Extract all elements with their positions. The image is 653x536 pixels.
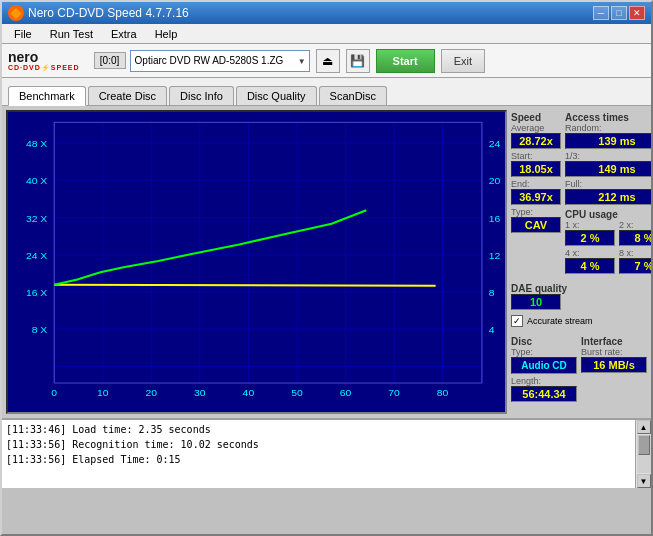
svg-text:10: 10	[97, 388, 109, 398]
tab-disc-quality[interactable]: Disc Quality	[236, 86, 317, 105]
end-sub-label: End:	[511, 179, 561, 189]
speed-block: Speed Average 28.72x Start: 18.05x End: …	[511, 110, 561, 274]
cpu-2x-block: 2 x: 8 %	[619, 220, 653, 246]
speed-label: Speed	[511, 112, 561, 123]
chart-svg: 48 X 40 X 32 X 24 X 16 X 8 X 24 20 16 12…	[8, 112, 505, 412]
svg-text:8 X: 8 X	[32, 325, 48, 335]
drive-index-label: [0:0]	[94, 52, 126, 69]
tab-create-disc[interactable]: Create Disc	[88, 86, 167, 105]
start-button[interactable]: Start	[376, 49, 435, 73]
main-content: 48 X 40 X 32 X 24 X 16 X 8 X 24 20 16 12…	[2, 106, 651, 418]
save-button[interactable]: 💾	[346, 49, 370, 73]
toolbar: nero CD·DVD⚡SPEED [0:0] Optiarc DVD RW A…	[2, 44, 651, 78]
disc-length-value: 56:44.34	[511, 386, 577, 402]
tab-disc-info[interactable]: Disc Info	[169, 86, 234, 105]
svg-rect-0	[8, 112, 505, 412]
drive-dropdown-wrap[interactable]: Optiarc DVD RW AD-5280S 1.ZG	[130, 50, 310, 72]
window-title: Nero CD-DVD Speed 4.7.7.16	[28, 6, 189, 20]
cpu-1x-value: 2 %	[565, 230, 615, 246]
eject-button[interactable]: ⏏	[316, 49, 340, 73]
disc-type-label: Type:	[511, 347, 577, 357]
maximize-button[interactable]: □	[611, 6, 627, 20]
scroll-track[interactable]	[637, 435, 651, 473]
cpu-row-1: 1 x: 2 % 2 x: 8 %	[565, 220, 653, 246]
svg-text:12: 12	[489, 250, 501, 260]
cpu-4x-label: 4 x:	[565, 248, 615, 258]
menu-file[interactable]: File	[6, 26, 40, 42]
cpu-4x-value: 4 %	[565, 258, 615, 274]
cpu-label: CPU usage	[565, 209, 653, 220]
svg-text:20: 20	[489, 176, 501, 186]
log-content: [11:33:46] Load time: 2.35 seconds [11:3…	[2, 420, 635, 488]
main-window: 🔶 Nero CD-DVD Speed 4.7.7.16 ─ □ ✕ File …	[0, 0, 653, 536]
disc-interface-row: Disc Type: Audio CD Length: 56:44.34 Int…	[511, 334, 647, 402]
tab-scandisc[interactable]: ScanDisc	[319, 86, 387, 105]
tab-benchmark[interactable]: Benchmark	[8, 86, 86, 106]
svg-text:80: 80	[437, 388, 449, 398]
minimize-button[interactable]: ─	[593, 6, 609, 20]
svg-text:24 X: 24 X	[26, 250, 48, 260]
tab-bar: Benchmark Create Disc Disc Info Disc Qua…	[2, 78, 651, 106]
full-value: 212 ms	[565, 189, 653, 205]
svg-text:32 X: 32 X	[26, 213, 48, 223]
accurate-stream-label: Accurate stream	[527, 316, 593, 326]
scroll-down-button[interactable]: ▼	[637, 474, 651, 488]
close-button[interactable]: ✕	[629, 6, 645, 20]
disc-section-label: Disc	[511, 336, 577, 347]
title-bar-left: 🔶 Nero CD-DVD Speed 4.7.7.16	[8, 5, 189, 21]
svg-text:40: 40	[243, 388, 255, 398]
right-panel: Speed Average 28.72x Start: 18.05x End: …	[511, 106, 651, 418]
scroll-thumb[interactable]	[638, 435, 650, 455]
menu-run-test[interactable]: Run Test	[42, 26, 101, 42]
cpu-4x-block: 4 x: 4 %	[565, 248, 615, 274]
menu-help[interactable]: Help	[147, 26, 186, 42]
full-sub-label: Full:	[565, 179, 653, 189]
access-times-label: Access times	[565, 112, 653, 123]
menu-extra[interactable]: Extra	[103, 26, 145, 42]
log-line-2: [11:33:56] Recognition time: 10.02 secon…	[6, 437, 631, 452]
start-sub-label: Start:	[511, 151, 561, 161]
cpu-8x-label: 8 x:	[619, 248, 653, 258]
scroll-up-button[interactable]: ▲	[637, 420, 651, 434]
menu-bar: File Run Test Extra Help	[2, 24, 651, 44]
interface-label: Interface	[581, 336, 647, 347]
log-scrollbar[interactable]: ▲ ▼	[635, 420, 651, 488]
cpu-row-2: 4 x: 4 % 8 x: 7 %	[565, 248, 653, 274]
dae-quality-label: DAE quality	[511, 283, 647, 294]
disc-block: Disc Type: Audio CD Length: 56:44.34	[511, 334, 577, 402]
access-times-block: Access times Random: 139 ms 1/3: 149 ms …	[565, 110, 653, 274]
app-icon: 🔶	[8, 5, 24, 21]
drive-select-area: [0:0] Optiarc DVD RW AD-5280S 1.ZG	[94, 50, 310, 72]
title-bar-controls: ─ □ ✕	[593, 6, 645, 20]
svg-text:20: 20	[146, 388, 158, 398]
burst-rate-value: 16 MB/s	[581, 357, 647, 373]
nero-logo-text: nero	[8, 50, 38, 64]
svg-text:48 X: 48 X	[26, 139, 48, 149]
cpu-8x-value: 7 %	[619, 258, 653, 274]
svg-text:24: 24	[489, 139, 501, 149]
svg-text:16 X: 16 X	[26, 288, 48, 298]
svg-text:4: 4	[489, 325, 495, 335]
accurate-stream-row: ✓ Accurate stream	[511, 315, 647, 327]
svg-text:0: 0	[51, 388, 57, 398]
one-third-value: 149 ms	[565, 161, 653, 177]
average-value: 28.72x	[511, 133, 561, 149]
title-bar: 🔶 Nero CD-DVD Speed 4.7.7.16 ─ □ ✕	[2, 2, 651, 24]
cpu-2x-value: 8 %	[619, 230, 653, 246]
interface-block: Interface Burst rate: 16 MB/s	[581, 334, 647, 402]
one-third-sub-label: 1/3:	[565, 151, 653, 161]
exit-button[interactable]: Exit	[441, 49, 485, 73]
speed-access-row: Speed Average 28.72x Start: 18.05x End: …	[511, 110, 647, 274]
random-value: 139 ms	[565, 133, 653, 149]
disc-type-value: Audio CD	[511, 357, 577, 374]
nero-logo: nero CD·DVD⚡SPEED	[8, 50, 80, 72]
start-value: 18.05x	[511, 161, 561, 177]
svg-text:40 X: 40 X	[26, 176, 48, 186]
chart-area: 48 X 40 X 32 X 24 X 16 X 8 X 24 20 16 12…	[6, 110, 507, 414]
accurate-stream-checkbox[interactable]: ✓	[511, 315, 523, 327]
burst-rate-label: Burst rate:	[581, 347, 647, 357]
disc-length-label: Length:	[511, 376, 577, 386]
svg-text:60: 60	[340, 388, 352, 398]
drive-dropdown[interactable]: Optiarc DVD RW AD-5280S 1.ZG	[130, 50, 310, 72]
average-sub-label: Average	[511, 123, 561, 133]
